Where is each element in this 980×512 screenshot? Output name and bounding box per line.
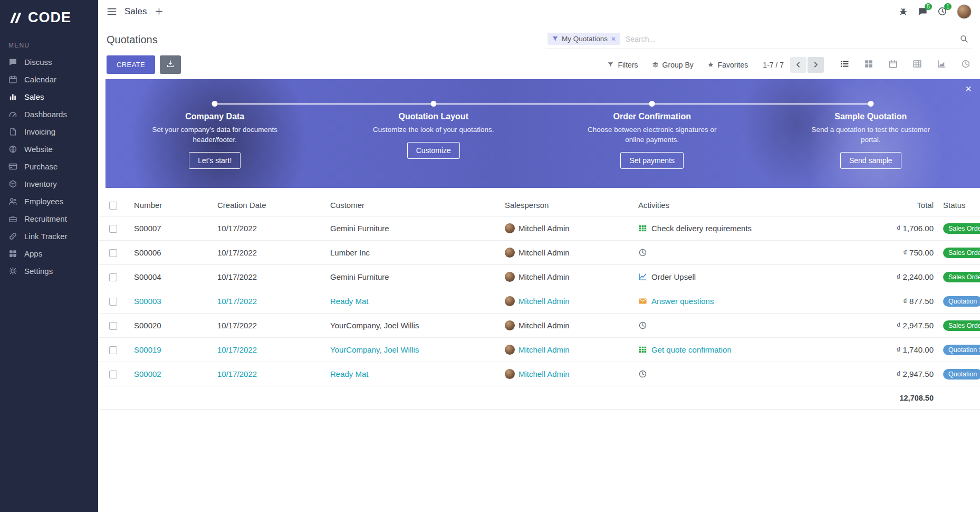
row-activity[interactable] (638, 369, 870, 378)
breadcrumb-app-title[interactable]: Sales (124, 6, 147, 17)
customize-button[interactable]: Customize (407, 142, 460, 159)
row-checkbox[interactable] (109, 273, 117, 281)
sidebar-item-calendar[interactable]: Calendar (0, 71, 98, 88)
row-creation-date: 10/17/2022 (217, 345, 330, 354)
onboarding-banner: × Company DataSet your company's data fo… (105, 79, 980, 188)
row-number: S00002 (134, 369, 217, 378)
row-activity[interactable]: Check delivery requirements (638, 224, 870, 233)
row-creation-date: 10/17/2022 (217, 272, 330, 281)
export-button[interactable] (160, 55, 181, 74)
row-number: S00007 (134, 224, 217, 233)
row-checkbox[interactable] (109, 346, 117, 354)
add-tab-plus-icon[interactable] (155, 7, 164, 16)
sidebar-item-purchase[interactable]: Purchase (0, 158, 98, 175)
table-row-s00006[interactable]: S0000610/17/2022Lumber IncMitchell Admin… (98, 241, 980, 265)
table-row-s00004[interactable]: S0000410/17/2022Gemini FurnitureMitchell… (98, 265, 980, 289)
step-dot (430, 101, 436, 107)
search-filter-chip[interactable]: My Quotations ✕ (547, 33, 620, 45)
sidebar-item-label: Link Tracker (24, 232, 68, 241)
table-row-s00020[interactable]: S0002010/17/2022YourCompany, Joel Willis… (98, 314, 980, 338)
table-row-s00002[interactable]: S0000210/17/2022Ready MatMitchell Admin₫… (98, 362, 980, 386)
logo-text: CODE (28, 10, 71, 26)
search-icon[interactable] (959, 34, 968, 43)
remove-filter-icon[interactable]: ✕ (611, 36, 616, 42)
sidebar-item-sales[interactable]: Sales (0, 88, 98, 106)
row-checkbox[interactable] (109, 371, 117, 378)
row-checkbox[interactable] (109, 322, 117, 330)
sidebar-item-recruitment[interactable]: Recruitment (0, 210, 98, 227)
sidebar-item-link-tracker[interactable]: Link Tracker (0, 227, 98, 245)
row-activity[interactable] (638, 248, 870, 257)
column-header-creation-date[interactable]: Creation Date (217, 201, 330, 210)
table-row-s00007[interactable]: S0000710/17/2022Gemini FurnitureMitchell… (98, 216, 980, 241)
list-view-icon (840, 59, 849, 69)
debug-bug-icon[interactable] (898, 6, 908, 16)
topbar: Sales 5 1 (98, 0, 980, 23)
row-activity[interactable] (638, 321, 870, 330)
table-header-row: NumberCreation DateCustomerSalespersonAc… (98, 194, 980, 216)
clock-icon (638, 369, 647, 378)
sidebar-item-dashboards[interactable]: Dashboards (0, 106, 98, 123)
send-sample-button[interactable]: Send sample (840, 152, 901, 169)
row-customer: Ready Mat (330, 369, 505, 378)
column-header-salesperson[interactable]: Salesperson (505, 201, 638, 210)
user-avatar[interactable] (957, 4, 972, 19)
download-icon (166, 60, 175, 68)
search-bar[interactable]: My Quotations ✕ (545, 31, 972, 49)
table-row-s00019[interactable]: S0001910/17/2022YourCompany, Joel Willis… (98, 338, 980, 362)
favorites-button[interactable]: Favorites (707, 61, 748, 69)
salesperson-name: Mitchell Admin (518, 345, 570, 354)
row-checkbox[interactable] (109, 298, 117, 306)
step-description: Set your company's data for documents he… (149, 125, 281, 145)
onboarding-step-sample-quotation: Sample QuotationSend a quotation to test… (762, 79, 980, 188)
column-header-total[interactable]: Total (870, 201, 934, 210)
sidebar-item-settings[interactable]: Settings (0, 262, 98, 280)
row-activity[interactable]: Answer questions (638, 297, 870, 306)
row-activity[interactable]: Get quote confirmation (638, 345, 870, 354)
row-salesperson: Mitchell Admin (505, 272, 638, 282)
sidebar-item-apps[interactable]: Apps (0, 245, 98, 262)
select-all-checkbox[interactable] (109, 202, 117, 210)
sidebar-item-inventory[interactable]: Inventory (0, 175, 98, 193)
activity-label: Get quote confirmation (651, 345, 732, 354)
column-header-status[interactable]: Status (934, 201, 980, 210)
group-by-button[interactable]: Group By (652, 61, 694, 69)
filter-chip-label: My Quotations (562, 35, 608, 43)
activities-clock-icon[interactable]: 1 (937, 6, 947, 16)
pager-previous-button[interactable] (790, 57, 806, 73)
row-status: Quotation (934, 296, 980, 307)
salesperson-avatar (505, 369, 515, 379)
row-activity[interactable]: Order Upsell (638, 272, 870, 281)
column-header-customer[interactable]: Customer (330, 201, 505, 210)
sidebar: CODE MENU DiscussCalendarSalesDashboards… (0, 0, 98, 512)
view-activity-button[interactable] (960, 58, 972, 71)
app-logo[interactable]: CODE (0, 0, 98, 33)
view-kanban-button[interactable] (863, 58, 875, 71)
row-total: ₫ 1,706.00 (870, 224, 934, 233)
row-checkbox[interactable] (109, 225, 117, 233)
sidebar-item-employees[interactable]: Employees (0, 193, 98, 210)
hamburger-menu-icon[interactable] (107, 6, 117, 17)
pager-next-button[interactable] (808, 57, 824, 73)
table-row-s00003[interactable]: S0000310/17/2022Ready MatMitchell AdminA… (98, 289, 980, 314)
let-s-start--button[interactable]: Let's start! (189, 152, 241, 169)
sidebar-item-discuss[interactable]: Discuss (0, 53, 98, 71)
search-input[interactable] (626, 35, 954, 43)
set-payments-button[interactable]: Set payments (620, 152, 684, 169)
view-pivot-button[interactable] (911, 58, 923, 71)
view-graph-button[interactable] (936, 58, 947, 71)
salesperson-name: Mitchell Admin (518, 224, 570, 233)
card-icon (8, 162, 17, 171)
gauge-icon (8, 110, 17, 119)
view-list-button[interactable] (839, 58, 850, 71)
messages-icon[interactable]: 5 (918, 6, 928, 16)
view-calendar-button[interactable] (887, 58, 899, 71)
sidebar-item-invoicing[interactable]: Invoicing (0, 123, 98, 140)
column-header-number[interactable]: Number (134, 201, 217, 210)
row-checkbox[interactable] (109, 249, 117, 257)
step-title: Sample Quotation (834, 112, 907, 121)
sidebar-item-website[interactable]: Website (0, 140, 98, 158)
create-button[interactable]: CREATE (107, 55, 155, 74)
filters-button[interactable]: Filters (607, 61, 638, 69)
column-header-activities[interactable]: Activities (638, 201, 870, 210)
